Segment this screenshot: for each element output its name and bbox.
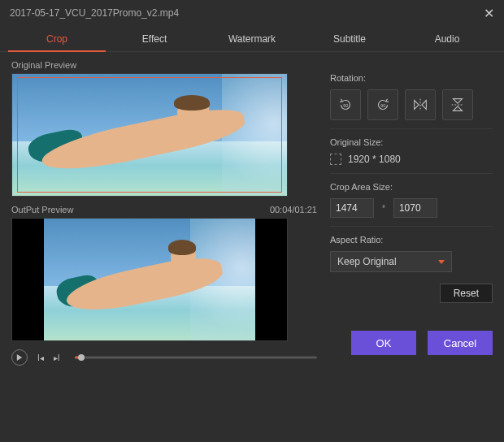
tab-label: Subtitle	[333, 33, 366, 45]
svg-marker-7	[454, 106, 463, 111]
reset-button[interactable]: Reset	[440, 284, 493, 303]
multiply-icon: *	[382, 204, 385, 213]
crop-area-section: Crop Area Size: *	[330, 174, 493, 227]
original-preview-image	[12, 73, 287, 197]
rotate-ccw-90-button[interactable]: 90	[330, 89, 361, 120]
timecode: 00:04/01:21	[270, 205, 317, 214]
output-preview-label: OutPut Preview	[11, 205, 73, 214]
tab-crop[interactable]: Crop	[8, 26, 106, 51]
tab-watermark[interactable]: Watermark	[203, 26, 301, 51]
output-preview-image	[44, 218, 255, 341]
original-size-label: Original Size:	[330, 137, 493, 147]
flip-vertical-icon	[449, 96, 467, 114]
dialog-body: Original Preview OutPut Preview 00:04/01…	[0, 52, 504, 442]
aspect-ratio-label: Aspect Ratio:	[330, 235, 493, 245]
rotate-ccw-90-icon: 90	[337, 96, 354, 114]
close-icon[interactable]: ✕	[484, 6, 494, 21]
svg-marker-3	[415, 101, 419, 110]
tab-effect[interactable]: Effect	[106, 26, 203, 51]
rotation-label: Rotation:	[330, 73, 493, 83]
crop-width-input[interactable]	[330, 198, 374, 218]
preview-column: Original Preview OutPut Preview 00:04/01…	[11, 60, 317, 436]
flip-vertical-button[interactable]	[442, 89, 473, 120]
tab-label: Crop	[46, 33, 67, 45]
rotate-cw-90-icon: 90	[374, 96, 392, 114]
play-button[interactable]	[11, 349, 28, 366]
crop-height-input[interactable]	[393, 198, 437, 218]
svg-text:90: 90	[343, 103, 348, 108]
aspect-ratio-section: Aspect Ratio: Keep Original Reset	[330, 227, 493, 311]
original-preview[interactable]	[11, 73, 288, 197]
play-icon	[16, 354, 23, 361]
aspect-ratio-select[interactable]: Keep Original	[330, 251, 452, 272]
next-frame-button[interactable]: ▸I	[54, 353, 60, 362]
window-title: 2017-05-17_VCU_2017Promo_v2.mp4	[10, 7, 179, 19]
titlebar: 2017-05-17_VCU_2017Promo_v2.mp4 ✕	[0, 0, 504, 26]
rotation-section: Rotation: 90 90	[330, 65, 493, 129]
crop-area-label: Crop Area Size:	[330, 182, 493, 192]
tab-label: Audio	[435, 33, 460, 45]
aspect-ratio-value: Keep Original	[337, 256, 397, 267]
original-preview-label: Original Preview	[11, 60, 317, 70]
fullsize-icon	[330, 154, 341, 165]
tab-subtitle[interactable]: Subtitle	[301, 26, 398, 51]
svg-text:90: 90	[380, 103, 385, 108]
settings-column: Rotation: 90 90 Origi	[330, 60, 493, 436]
rotate-cw-90-button[interactable]: 90	[367, 89, 398, 120]
timeline-slider[interactable]	[75, 350, 317, 365]
prev-frame-button[interactable]: I◂	[37, 353, 44, 362]
crop-dialog-window: 2017-05-17_VCU_2017Promo_v2.mp4 ✕ Crop E…	[0, 0, 504, 442]
dialog-footer: OK Cancel	[330, 331, 493, 355]
ok-button[interactable]: OK	[351, 331, 416, 355]
original-size-value: 1920 * 1080	[348, 154, 401, 165]
tab-label: Watermark	[228, 33, 276, 45]
svg-marker-0	[17, 354, 22, 361]
svg-marker-6	[454, 99, 463, 104]
svg-marker-4	[422, 101, 427, 110]
original-size-section: Original Size: 1920 * 1080	[330, 129, 493, 174]
tab-bar: Crop Effect Watermark Subtitle Audio	[0, 26, 504, 52]
flip-horizontal-button[interactable]	[405, 89, 436, 120]
tab-audio[interactable]: Audio	[398, 26, 496, 51]
flip-horizontal-icon	[411, 96, 429, 114]
tab-label: Effect	[142, 33, 167, 45]
chevron-down-icon	[438, 260, 445, 264]
output-preview	[11, 218, 288, 341]
cancel-button[interactable]: Cancel	[428, 331, 493, 355]
transport-controls: I◂ ▸I	[11, 349, 317, 366]
